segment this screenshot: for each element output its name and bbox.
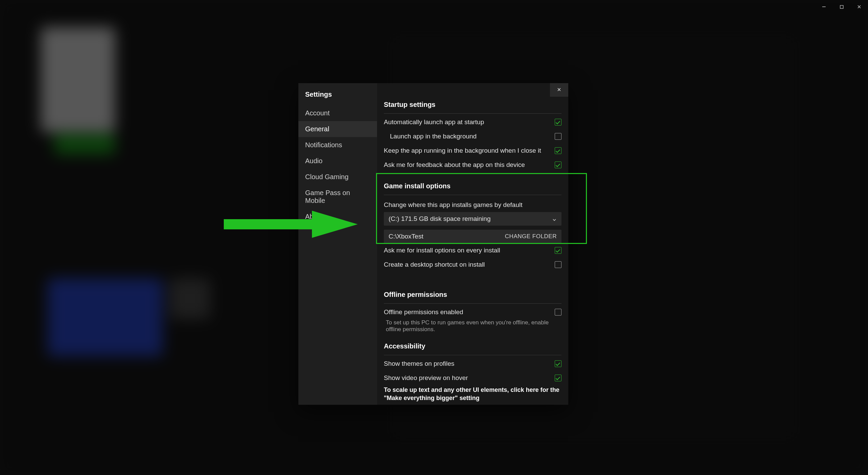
svg-rect-0: [840, 5, 843, 8]
window-minimize-button[interactable]: [815, 0, 833, 14]
close-icon: [556, 86, 562, 94]
settings-sidebar: Settings Account General Notifications A…: [298, 83, 377, 405]
checkbox-video-preview[interactable]: [555, 375, 561, 381]
row-keep-running: Keep the app running in the background w…: [384, 144, 561, 158]
window-close-button[interactable]: [850, 0, 868, 14]
row-ask-every-install: Ask me for install options on every inst…: [384, 243, 561, 258]
section-title-install: Game install options: [384, 182, 561, 195]
label-desktop-shortcut: Create a desktop shortcut on install: [384, 261, 485, 268]
settings-dialog: Settings Account General Notifications A…: [298, 83, 568, 405]
install-drive-value: (C:) 171.5 GB disk space remaining: [389, 215, 491, 223]
section-install: Game install options Change where this a…: [384, 182, 561, 272]
checkbox-keep-running[interactable]: [555, 147, 561, 154]
sidebar-item-about[interactable]: About: [298, 209, 377, 225]
label-offline-enabled: Offline permissions enabled: [384, 308, 463, 316]
row-video-preview: Show video preview on hover: [384, 371, 561, 385]
checkbox-auto-launch[interactable]: [555, 119, 561, 126]
dialog-close-button[interactable]: [550, 83, 568, 97]
section-startup: Startup settings Automatically launch ap…: [384, 101, 561, 172]
checkbox-launch-background[interactable]: [555, 133, 561, 140]
row-ask-feedback: Ask me for feedback about the app on thi…: [384, 158, 561, 172]
label-keep-running: Keep the app running in the background w…: [384, 147, 541, 154]
change-folder-button[interactable]: CHANGE FOLDER: [505, 233, 557, 240]
section-accessibility: Accessibility Show themes on profiles Sh…: [384, 342, 561, 402]
row-show-themes: Show themes on profiles: [384, 357, 561, 371]
row-desktop-shortcut: Create a desktop shortcut on install: [384, 258, 561, 272]
checkbox-ask-feedback[interactable]: [555, 162, 561, 168]
checkbox-ask-every-install[interactable]: [555, 247, 561, 254]
sidebar-item-cloud-gaming[interactable]: Cloud Gaming: [298, 169, 377, 185]
sidebar-item-account[interactable]: Account: [298, 105, 377, 121]
chevron-down-icon: [552, 216, 557, 221]
install-drive-select[interactable]: (C:) 171.5 GB disk space remaining: [384, 212, 561, 226]
label-show-themes: Show themes on profiles: [384, 360, 454, 367]
label-ask-feedback: Ask me for feedback about the app on thi…: [384, 161, 525, 169]
row-offline-enabled: Offline permissions enabled: [384, 305, 561, 319]
section-offline: Offline permissions Offline permissions …: [384, 291, 561, 335]
hint-offline: To set up this PC to run games even when…: [384, 319, 561, 335]
sidebar-item-notifications[interactable]: Notifications: [298, 137, 377, 153]
label-auto-launch: Automatically launch app at startup: [384, 118, 484, 126]
checkbox-desktop-shortcut[interactable]: [555, 261, 561, 268]
sidebar-item-audio[interactable]: Audio: [298, 153, 377, 169]
sidebar-item-game-pass-mobile[interactable]: Game Pass on Mobile: [298, 185, 377, 209]
sidebar-item-general[interactable]: General: [298, 121, 377, 137]
row-launch-background: Launch app in the background: [384, 129, 561, 144]
section-title-offline: Offline permissions: [384, 291, 561, 304]
settings-pane-general: Startup settings Automatically launch ap…: [377, 83, 568, 405]
section-title-accessibility: Accessibility: [384, 342, 561, 355]
link-scale-setting[interactable]: To scale up text and any other UI elemen…: [384, 385, 561, 402]
checkbox-show-themes[interactable]: [555, 360, 561, 367]
label-video-preview: Show video preview on hover: [384, 374, 468, 382]
label-launch-background: Launch app in the background: [390, 133, 477, 140]
window-chrome: [815, 0, 868, 14]
window-maximize-button[interactable]: [833, 0, 850, 14]
install-folder-box: C:\XboxTest CHANGE FOLDER: [384, 230, 561, 243]
install-folder-path: C:\XboxTest: [389, 233, 423, 240]
checkbox-offline-enabled[interactable]: [555, 309, 561, 316]
section-title-startup: Startup settings: [384, 101, 561, 114]
settings-title: Settings: [298, 87, 377, 105]
label-ask-every-install: Ask me for install options on every inst…: [384, 247, 500, 254]
row-auto-launch: Automatically launch app at startup: [384, 115, 561, 129]
label-change-where: Change where this app installs games by …: [384, 196, 561, 212]
